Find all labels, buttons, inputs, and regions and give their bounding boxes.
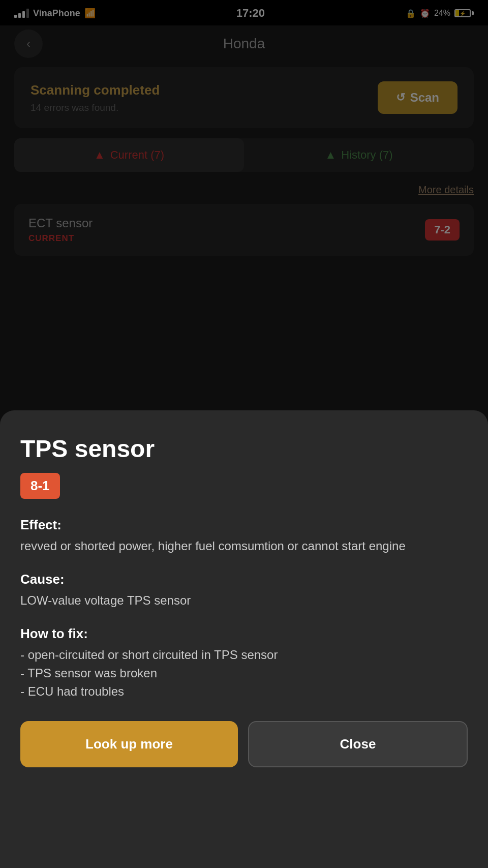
sheet-howtofix-section: How to fix: - open-circuited or short ci… xyxy=(20,626,468,701)
sheet-title: TPS sensor xyxy=(20,435,468,463)
sheet-howtofix-title: How to fix: xyxy=(20,626,468,642)
sheet-cause-title: Cause: xyxy=(20,572,468,587)
sheet-howtofix-body: - open-circuited or short circuited in T… xyxy=(20,646,468,701)
sheet-effect-title: Effect: xyxy=(20,517,468,533)
sheet-cause-section: Cause: LOW-value voltage TPS sensor xyxy=(20,572,468,610)
sheet-cause-body: LOW-value voltage TPS sensor xyxy=(20,591,468,610)
bottom-sheet: TPS sensor 8-1 Effect: revved or shorted… xyxy=(0,410,488,868)
sheet-effect-body: revved or shorted power, higher fuel com… xyxy=(20,537,468,555)
sheet-effect-section: Effect: revved or shorted power, higher … xyxy=(20,517,468,555)
close-button[interactable]: Close xyxy=(248,721,468,767)
lookup-button[interactable]: Look up more xyxy=(20,721,238,767)
sheet-code-badge: 8-1 xyxy=(20,473,60,499)
sheet-actions: Look up more Close xyxy=(20,721,468,767)
